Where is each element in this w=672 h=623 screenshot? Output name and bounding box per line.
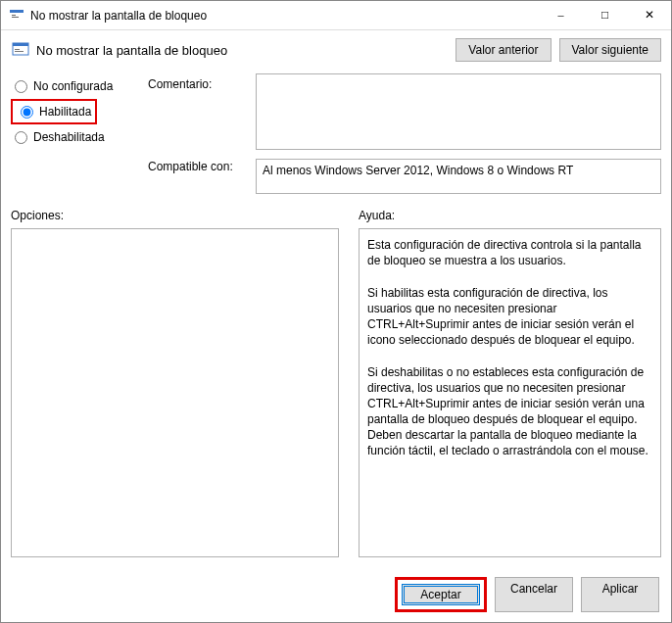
radio-enabled-input[interactable]	[21, 106, 33, 119]
radio-not-configured-input[interactable]	[15, 80, 27, 93]
help-panel: Esta configuración de directiva controla…	[359, 228, 661, 557]
window-title: No mostrar la pantalla de bloqueo	[30, 9, 539, 23]
svg-rect-5	[13, 43, 28, 46]
comment-textarea[interactable]	[256, 73, 661, 150]
footer: Aceptar Cancelar Aplicar	[1, 567, 671, 622]
options-label: Opciones:	[11, 209, 339, 222]
options-panel	[11, 228, 339, 557]
help-label: Ayuda:	[359, 209, 661, 222]
titlebar: No mostrar la pantalla de bloqueo – □ ✕	[1, 1, 671, 30]
radio-enabled-label: Habilitada	[39, 105, 91, 119]
svg-rect-6	[15, 49, 20, 50]
highlight-accept: Aceptar	[395, 577, 487, 612]
radio-disabled-input[interactable]	[15, 131, 27, 144]
prev-setting-button[interactable]: Valor anterior	[456, 38, 551, 62]
radio-disabled-label: Deshabilitada	[33, 130, 105, 144]
policy-icon	[11, 40, 30, 60]
radio-disabled[interactable]: Deshabilitada	[11, 128, 148, 146]
app-icon	[9, 8, 24, 24]
cancel-button[interactable]: Cancelar	[495, 577, 573, 612]
supported-textarea	[256, 159, 661, 194]
maximize-button[interactable]: □	[583, 1, 627, 29]
svg-rect-1	[10, 10, 24, 13]
minimize-button[interactable]: –	[539, 1, 583, 29]
svg-rect-3	[12, 17, 19, 18]
comment-label: Comentario:	[148, 77, 256, 160]
radio-not-configured-label: No configurada	[33, 79, 113, 93]
supported-label: Compatible con:	[148, 160, 256, 173]
apply-button[interactable]: Aplicar	[581, 577, 659, 612]
radio-enabled[interactable]: Habilitada	[17, 103, 91, 120]
next-setting-button[interactable]: Valor siguiente	[559, 38, 662, 62]
highlight-enabled: Habilitada	[11, 99, 97, 124]
ok-button[interactable]: Aceptar	[402, 584, 480, 605]
policy-name: No mostrar la pantalla de bloqueo	[36, 43, 456, 58]
close-button[interactable]: ✕	[627, 1, 671, 29]
radio-not-configured[interactable]: No configurada	[11, 77, 148, 95]
svg-rect-7	[15, 51, 24, 52]
svg-rect-2	[12, 15, 16, 16]
